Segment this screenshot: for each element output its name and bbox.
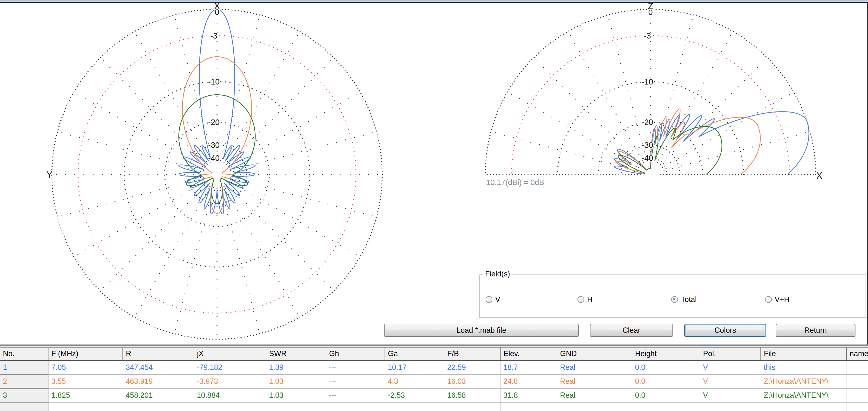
cell-gh: --- [326, 360, 385, 374]
col-header-pol[interactable]: Pol. [700, 347, 761, 360]
radio-label-v-h: V+H [775, 295, 789, 304]
col-header-r[interactable]: R [123, 347, 194, 360]
empty-cell [266, 402, 326, 411]
ring-label-azimuth--10: -10 [208, 77, 220, 86]
cell-height: 0.0 [632, 388, 700, 402]
cell-swr: 1.03 [266, 388, 326, 402]
col-header-no[interactable]: No. [0, 347, 48, 360]
elevation-axis-x-label: X [816, 171, 823, 180]
row-number-cell[interactable]: 2 [0, 374, 48, 388]
col-header-ga[interactable]: Ga [385, 347, 444, 360]
col-header-elev[interactable]: Elev. [500, 347, 557, 360]
empty-cell [326, 402, 385, 411]
radio-total[interactable]: Total [671, 295, 696, 304]
return-button[interactable]: Return [776, 324, 856, 337]
radio-h[interactable]: H [578, 295, 592, 304]
pattern-curve-3-55-mhz [616, 109, 761, 174]
table-row[interactable]: 17.05347.454-79.1821.39---10.1722.5918.7… [0, 360, 868, 374]
cell-jx: -79.182 [194, 360, 266, 374]
col-header-gnd[interactable]: GND [557, 347, 632, 360]
cell-name [846, 360, 868, 374]
col-header-gh[interactable]: Gh [326, 347, 385, 360]
empty-cell [500, 402, 557, 411]
window-right-border [867, 3, 868, 345]
window-top-edge [0, 0, 868, 3]
empty-cell [194, 402, 266, 411]
colors-button[interactable]: Colors [684, 324, 766, 337]
fields-groupbox: Field(s) VHTotalV+H [479, 274, 866, 318]
ring-label-elevation--10: -10 [642, 77, 653, 86]
cell-height: 0.0 [632, 360, 700, 374]
ring-label-azimuth--30: -30 [208, 141, 220, 149]
table-row[interactable]: 23.55463.919-3.9731.03---4.316.0324.8Rea… [0, 374, 868, 388]
cell-gnd: Real [557, 388, 632, 402]
cell-elev: 24.8 [500, 374, 557, 388]
col-header-name[interactable]: name [846, 347, 868, 360]
empty-cell [632, 402, 700, 411]
cell-height: 0.0 [632, 374, 700, 388]
ring-label-azimuth--40: -40 [208, 153, 220, 163]
col-header-swr[interactable]: SWR [266, 347, 326, 360]
clear-button[interactable]: Clear [590, 324, 673, 337]
cell-pol: V [700, 360, 761, 374]
cell-jx: -3.973 [194, 374, 266, 388]
cell-elev: 31.8 [500, 388, 557, 402]
radio-selected-icon[interactable] [671, 296, 678, 303]
ring-label-elevation--40: -40 [642, 153, 653, 163]
empty-cell [557, 402, 632, 411]
cell-f-mhz: 1.825 [48, 388, 123, 402]
empty-table-row [0, 402, 868, 411]
col-header-file[interactable]: File [761, 347, 846, 360]
empty-cell [0, 402, 48, 411]
cell-swr: 1.03 [266, 374, 326, 388]
pattern-curve-1-825-mhz [618, 127, 722, 174]
cell-f-b: 22.59 [444, 360, 500, 374]
row-number-cell[interactable]: 3 [0, 388, 48, 402]
radio-label-total: Total [681, 295, 696, 304]
load-mab-file-button[interactable]: Load *.mab file [384, 324, 579, 337]
radio-unselected-icon[interactable] [765, 296, 772, 303]
col-header-jx[interactable]: jX [194, 347, 266, 360]
cell-f-mhz: 7.05 [48, 360, 123, 374]
results-grid-header: No.F (MHz)RjXSWRGhGaF/BElev.GNDHeightPol… [0, 347, 868, 360]
cell-file: Z:\Honza\ANTENY\ [761, 388, 846, 402]
cell-gh: --- [326, 374, 385, 388]
cell-r: 347.454 [123, 360, 194, 374]
cell-name [846, 374, 868, 388]
table-row[interactable]: 31.825458.20110.8841.03----2.5316.5831.8… [0, 388, 868, 402]
cell-swr: 1.39 [266, 360, 326, 374]
reference-level-annotation: 10.17(dBi) = 0dB [486, 178, 544, 186]
radio-label-h: H [587, 295, 592, 304]
cell-ga: -2.53 [385, 388, 444, 402]
cell-r: 463.919 [123, 374, 194, 388]
cell-r: 458.201 [123, 388, 194, 402]
cell-f-b: 16.03 [444, 374, 500, 388]
fields-groupbox-legend: Field(s) [483, 270, 512, 278]
cell-jx: 10.884 [194, 388, 266, 402]
fields-radio-row: VHTotalV+H [480, 295, 866, 303]
row-number-cell[interactable]: 1 [0, 360, 48, 374]
col-header-f-b[interactable]: F/B [444, 347, 500, 360]
radio-v-h[interactable]: V+H [765, 295, 789, 304]
cell-pol: V [700, 374, 761, 388]
cell-file: this [761, 360, 846, 374]
radio-label-v: V [495, 295, 500, 304]
radio-v[interactable]: V [486, 295, 500, 304]
cell-f-mhz: 3.55 [48, 374, 123, 388]
cell-gh: --- [326, 388, 385, 402]
ring-label-elevation--30: -30 [642, 141, 653, 149]
radio-unselected-icon[interactable] [578, 296, 584, 303]
results-grid-section: No.F (MHz)RjXSWRGhGaF/BElev.GNDHeightPol… [0, 345, 868, 411]
ring-label-elevation--20: -20 [642, 118, 653, 127]
empty-cell [700, 402, 761, 411]
results-grid: No.F (MHz)RjXSWRGhGaF/BElev.GNDHeightPol… [0, 347, 868, 411]
ring-label-azimuth--3: -3 [210, 31, 217, 40]
cell-pol: V [700, 388, 761, 402]
azimuth-ring-labels: 0-3-10-20-30-40 [208, 8, 220, 163]
col-header-height[interactable]: Height [632, 347, 700, 360]
radio-unselected-icon[interactable] [486, 296, 492, 303]
cell-elev: 18.7 [500, 360, 557, 374]
elevation-ring-labels: 0-3-10-20-30-40 [642, 8, 653, 163]
cell-gnd: Real [557, 374, 632, 388]
col-header-f-mhz[interactable]: F (MHz) [48, 347, 123, 360]
